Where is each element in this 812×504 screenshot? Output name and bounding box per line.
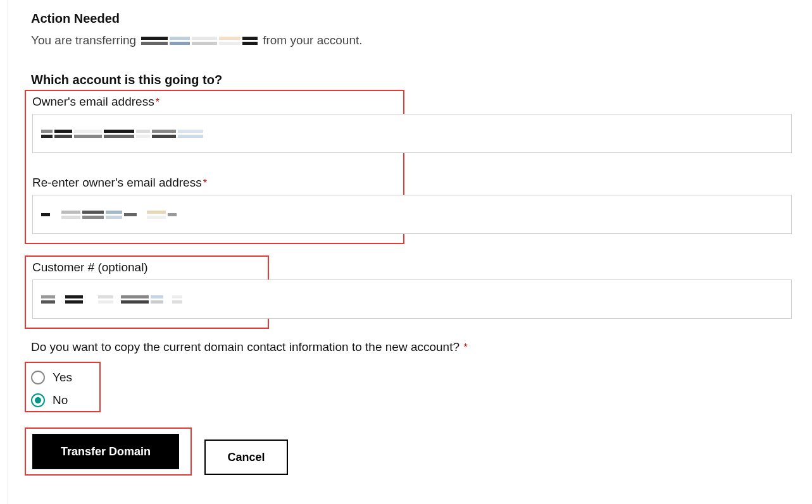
highlight-customer-group: Customer # (optional) [25, 255, 269, 329]
transfer-description: You are transferring from your account. [31, 34, 805, 47]
highlight-radio-group: Yes No [25, 362, 101, 412]
owner-email-label: Owner's email address* [32, 95, 159, 109]
radio-yes-label: Yes [53, 371, 72, 384]
customer-number-input[interactable] [32, 280, 792, 319]
required-indicator: * [203, 178, 207, 188]
copy-contact-question: Do you want to copy the current domain c… [31, 340, 805, 354]
radio-yes[interactable]: Yes [31, 371, 94, 384]
radio-circle-selected-icon [31, 393, 45, 407]
account-question: Which account is this going to? [31, 73, 805, 87]
radio-dot-icon [35, 397, 41, 403]
required-indicator: * [156, 97, 159, 108]
reenter-email-input[interactable] [32, 195, 792, 234]
redacted-domain [141, 36, 258, 45]
radio-no-label: No [53, 393, 68, 407]
reenter-email-label: Re-enter owner's email address* [32, 176, 207, 190]
page-title: Action Needed [31, 11, 805, 26]
radio-circle-icon [31, 371, 45, 384]
transfer-domain-button[interactable]: Transfer Domain [32, 434, 179, 469]
highlight-email-group: Owner's email address* Re-enter owner's … [25, 90, 404, 244]
transfer-prefix-text: You are transferring [31, 34, 136, 47]
owner-email-input[interactable] [32, 114, 792, 153]
button-row: Transfer Domain Cancel [31, 427, 805, 487]
highlight-transfer-button: Transfer Domain [25, 427, 192, 476]
customer-number-label: Customer # (optional) [32, 261, 148, 274]
required-indicator: * [461, 342, 468, 353]
radio-no[interactable]: No [31, 393, 94, 407]
cancel-button[interactable]: Cancel [204, 439, 288, 475]
transfer-suffix-text: from your account. [263, 34, 362, 47]
